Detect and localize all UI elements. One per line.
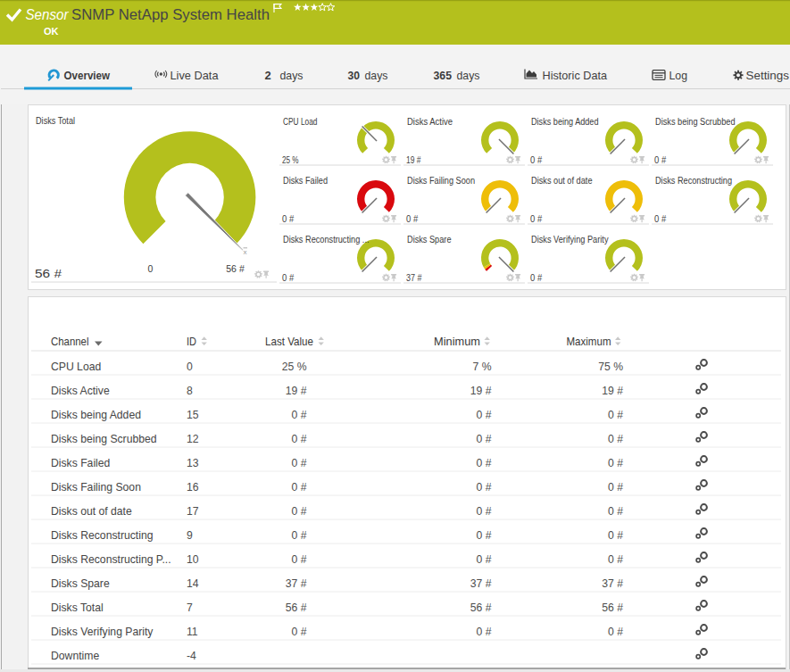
svg-text:Maximum: Maximum (567, 336, 611, 348)
svg-text:0 #: 0 # (477, 529, 492, 542)
svg-text:Minimum: Minimum (434, 336, 480, 348)
svg-text:Disks out of date: Disks out of date (51, 505, 132, 518)
svg-text:0 #: 0 # (292, 457, 307, 469)
svg-text:Disks Total: Disks Total (36, 116, 75, 126)
svg-text:56 #: 56 # (602, 601, 623, 614)
svg-text:Historic Data: Historic Data (543, 69, 608, 82)
svg-text:0 #: 0 # (477, 457, 492, 469)
svg-text:CPU Load: CPU Load (51, 361, 101, 373)
svg-text:0 #: 0 # (608, 626, 623, 638)
svg-text:11: 11 (187, 626, 198, 638)
svg-text:37 #: 37 # (602, 577, 623, 590)
svg-text:Disks being Scrubbed: Disks being Scrubbed (655, 117, 736, 127)
svg-text:7: 7 (187, 601, 193, 614)
svg-text:56 #: 56 # (286, 601, 307, 614)
svg-text:0 #: 0 # (608, 529, 623, 542)
svg-text:19 #: 19 # (286, 385, 307, 397)
svg-text:0 #: 0 # (477, 553, 492, 566)
svg-text:OK: OK (44, 26, 59, 37)
svg-text:Disks Failing Soon: Disks Failing Soon (407, 176, 475, 186)
svg-text:56 #: 56 # (470, 601, 492, 614)
svg-text:0 #: 0 # (530, 154, 542, 165)
svg-text:0 #: 0 # (530, 213, 542, 224)
svg-text:37 #: 37 # (470, 577, 492, 590)
svg-text:Settings: Settings (746, 69, 790, 82)
svg-text:days: days (457, 69, 480, 82)
svg-text:0 #: 0 # (477, 626, 492, 638)
svg-text:0: 0 (148, 263, 154, 274)
svg-text:Disks Spare: Disks Spare (51, 577, 110, 590)
svg-text:56 #: 56 # (35, 267, 62, 280)
svg-text:0 #: 0 # (292, 553, 307, 566)
svg-text:0 #: 0 # (282, 213, 294, 224)
svg-text:30: 30 (348, 69, 361, 82)
svg-text:0 #: 0 # (477, 505, 492, 518)
svg-text:0 #: 0 # (654, 154, 666, 165)
svg-text:Disks Verifying Parity: Disks Verifying Parity (51, 626, 154, 638)
svg-text:0 #: 0 # (292, 481, 307, 494)
svg-text:365: 365 (434, 69, 453, 82)
svg-text:Disks Failed: Disks Failed (283, 176, 328, 186)
svg-text:x: x (244, 248, 247, 256)
svg-text:Disks Total: Disks Total (51, 601, 104, 614)
svg-text:Disks Failed: Disks Failed (51, 457, 110, 469)
svg-text:Disks being Scrubbed: Disks being Scrubbed (51, 433, 157, 445)
svg-text:37 #: 37 # (286, 577, 307, 590)
svg-text:25 %: 25 % (282, 154, 299, 165)
svg-text:2: 2 (265, 69, 271, 82)
svg-text:0 #: 0 # (608, 553, 623, 566)
svg-text:CPU Load: CPU Load (283, 117, 318, 127)
svg-text:7 %: 7 % (472, 361, 491, 373)
svg-text:Overview: Overview (64, 69, 111, 82)
svg-text:Disks Verifying Parity: Disks Verifying Parity (531, 235, 609, 245)
svg-text:17: 17 (187, 505, 199, 518)
svg-text:0 #: 0 # (406, 213, 418, 224)
svg-text:0 #: 0 # (292, 626, 307, 638)
svg-text:0: 0 (187, 361, 193, 373)
svg-text:Channel: Channel (51, 336, 89, 348)
svg-text:15: 15 (187, 409, 199, 421)
svg-text:Disks Failing Soon: Disks Failing Soon (51, 481, 141, 494)
svg-text:12: 12 (187, 433, 199, 445)
svg-text:Disks Spare: Disks Spare (407, 235, 452, 245)
svg-text:ID: ID (187, 336, 196, 348)
svg-text:Live Data: Live Data (170, 69, 220, 82)
svg-text:0 #: 0 # (477, 433, 492, 445)
svg-text:days: days (280, 69, 304, 82)
svg-text:0 #: 0 # (530, 272, 542, 283)
svg-text:Disks Reconstructing ...: Disks Reconstructing ... (283, 235, 370, 245)
svg-text:Downtime: Downtime (51, 650, 99, 662)
svg-text:0 #: 0 # (477, 409, 492, 421)
svg-text:9: 9 (187, 529, 193, 542)
svg-text:0 #: 0 # (292, 409, 307, 421)
svg-text:0 #: 0 # (292, 505, 307, 518)
svg-text:19 #: 19 # (470, 385, 492, 397)
svg-text:25 %: 25 % (282, 361, 307, 373)
svg-text:14: 14 (187, 577, 199, 590)
svg-text:0 #: 0 # (608, 481, 623, 494)
svg-text:0 #: 0 # (292, 433, 307, 445)
svg-text:Disks out of date: Disks out of date (531, 176, 593, 186)
svg-text:75 %: 75 % (598, 361, 623, 373)
svg-text:37 #: 37 # (406, 272, 422, 283)
svg-text:Disks being Added: Disks being Added (51, 409, 141, 421)
svg-text:0 #: 0 # (292, 529, 307, 542)
svg-text:Last Value: Last Value (265, 336, 313, 348)
svg-text:Disks being Added: Disks being Added (531, 117, 599, 127)
svg-text:0 #: 0 # (608, 409, 623, 421)
svg-text:Sensor: Sensor (26, 7, 70, 22)
svg-text:days: days (365, 69, 388, 82)
svg-text:0 #: 0 # (608, 457, 623, 469)
svg-text:10: 10 (187, 553, 199, 566)
svg-text:0 #: 0 # (654, 213, 666, 224)
svg-text:Disks Reconstructing: Disks Reconstructing (655, 176, 732, 186)
svg-text:19 #: 19 # (406, 154, 421, 165)
svg-text:SNMP NetApp System Health: SNMP NetApp System Health (71, 6, 270, 23)
svg-text:0 #: 0 # (477, 481, 492, 494)
svg-text:-4: -4 (187, 650, 196, 662)
svg-text:Log: Log (669, 69, 688, 82)
svg-text:Disks Active: Disks Active (407, 117, 453, 127)
svg-text:13: 13 (187, 457, 199, 469)
svg-text:19 #: 19 # (602, 385, 623, 397)
svg-text:Disks Reconstructing: Disks Reconstructing (51, 529, 153, 542)
